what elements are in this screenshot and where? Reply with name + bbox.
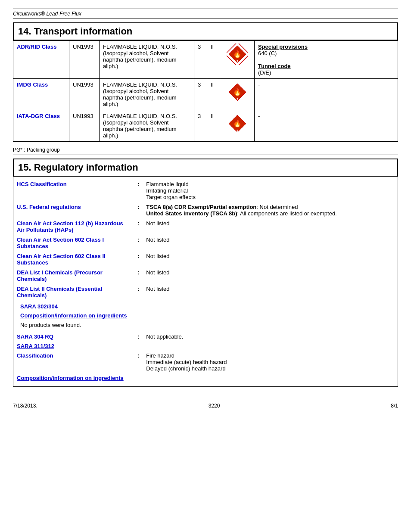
dea-list2-row: DEA List II Chemicals (Essential Chemica… xyxy=(13,284,398,300)
sara-302-section: SARA 302/304 Composition/information on … xyxy=(13,300,398,332)
hazard-class-cell-1: 3 xyxy=(194,79,207,110)
section14-title: 14. Transport information xyxy=(13,22,398,40)
document-header: Circuitworks® Lead-Free Flux xyxy=(13,9,398,19)
un-number-cell: UN1993 xyxy=(69,41,100,79)
description-cell-0: FLAMMABLE LIQUID, N.O.S. (Isopropyl alco… xyxy=(100,41,194,79)
sara-302-link[interactable]: SARA 302/304 xyxy=(17,302,394,311)
product-name: Circuitworks® Lead-Free Flux xyxy=(13,11,81,17)
clean-air-112-value: Not listed xyxy=(143,218,398,235)
clean-air-602-1-colon: : xyxy=(134,235,143,251)
sara-302-composition-link[interactable]: Composition/information on ingredients xyxy=(17,311,394,320)
svg-text:3: 3 xyxy=(237,60,238,63)
clean-air-602-1-row: Clean Air Act Section 602 Class I Substa… xyxy=(13,235,398,251)
footer-page-ref: 8/1 xyxy=(391,403,398,409)
imdg-class-link[interactable]: IMDG Class xyxy=(17,81,48,88)
no-products-text: No products were found. xyxy=(17,320,394,330)
hcs-classification-row: HCS Classification : Flammable liquid Ir… xyxy=(13,179,398,202)
footer-page-number: 3220 xyxy=(209,403,220,409)
iata-dgr-class-link[interactable]: IATA-DGR Class xyxy=(17,113,60,119)
sara-304-rq-row: SARA 304 RQ : Not applicable. xyxy=(13,332,398,342)
hazard-class-cell-2: 3 xyxy=(194,110,207,142)
sara-311-section: SARA 311/312 xyxy=(13,342,398,351)
special-provisions-label: Special provisions xyxy=(258,44,308,50)
un-number-cell-1: UN1993 xyxy=(69,79,100,110)
regulatory-content: HCS Classification : Flammable liquid Ir… xyxy=(13,177,398,387)
tsca-8a-value: : Not determined xyxy=(256,204,298,210)
hcs-colon: : xyxy=(134,179,143,202)
us-federal-row: U.S. Federal regulations : TSCA 8(a) CDR… xyxy=(13,202,398,218)
svg-text:🔥: 🔥 xyxy=(233,50,242,58)
hcs-classification-label: HCS Classification xyxy=(17,181,67,187)
hazard-icon-cell-0: 🔥 3 xyxy=(220,41,255,79)
dea-list2-colon: : xyxy=(134,284,143,300)
svg-text:🔥: 🔥 xyxy=(233,119,242,128)
dea-list1-value: Not listed xyxy=(143,268,398,284)
svg-text:3: 3 xyxy=(237,129,238,132)
un-number-cell-2: UN1993 xyxy=(69,110,100,142)
tsca-8b-value: : All components are listed or exempted. xyxy=(237,210,337,217)
hazard-icon-cell-2: 🔥 3 xyxy=(220,110,255,142)
us-federal-value: TSCA 8(a) CDR Exempt/Partial exemption: … xyxy=(143,202,398,218)
footer: 7/18/2013. 3220 8/1 xyxy=(13,400,398,409)
description-cell-1: FLAMMABLE LIQUID, N.O.S. (Isopropyl alco… xyxy=(100,79,194,110)
dea-list2-value: Not listed xyxy=(143,284,398,300)
sara-311-composition-link[interactable]: Composition/information on ingredients xyxy=(17,375,124,381)
sara-304-rq-value: Not applicable. xyxy=(143,332,398,342)
clean-air-602-2-colon: : xyxy=(134,251,143,268)
hazard-class-cell-0: 3 xyxy=(194,41,207,79)
hcs-value: Flammable liquid Irritating material Tar… xyxy=(143,179,398,202)
table-row: ADR/RID Class UN1993 FLAMMABLE LIQUID, N… xyxy=(13,41,398,79)
tsca-8b-text: United States inventory (TSCA 8b) xyxy=(146,210,237,217)
special-provisions-value: 640 (C) xyxy=(258,50,394,56)
sara-311-link[interactable]: SARA 311/312 xyxy=(17,343,54,349)
dea-list1-row: DEA List I Chemicals (Precursor Chemical… xyxy=(13,268,398,284)
dea-list1-colon: : xyxy=(134,268,143,284)
tunnel-code-value: (D/E) xyxy=(258,69,394,76)
clean-air-112-row: Clean Air Act Section 112 (b) Hazardous … xyxy=(13,218,398,235)
packing-group-cell-0: II xyxy=(207,41,220,79)
transport-table: ADR/RID Class UN1993 FLAMMABLE LIQUID, N… xyxy=(13,40,398,142)
us-federal-label: U.S. Federal regulations xyxy=(17,204,81,210)
table-row: IMDG Class UN1993 FLAMMABLE LIQUID, N.O.… xyxy=(13,79,398,110)
extra-cell-2: - xyxy=(255,110,398,142)
clean-air-602-2-value: Not listed xyxy=(143,251,398,268)
flammable-diamond-icon: 🔥 3 xyxy=(227,44,248,65)
classification-colon: : xyxy=(134,351,143,373)
svg-text:🔥: 🔥 xyxy=(233,88,242,96)
clean-air-602-1-label: Clean Air Act Section 602 Class I Substa… xyxy=(17,236,104,249)
footer-date: 7/18/2013. xyxy=(13,403,37,409)
extra-cell-1: - xyxy=(255,79,398,110)
flammable-diamond-icon-3: 🔥 3 xyxy=(227,113,248,134)
sara-304-rq-colon: : xyxy=(134,332,143,342)
dea-list1-label: DEA List I Chemicals (Precursor Chemical… xyxy=(17,269,103,282)
classification-label: Classification xyxy=(17,352,53,359)
adr-rid-class-link[interactable]: ADR/RID Class xyxy=(17,44,56,50)
packing-group-cell-2: II xyxy=(207,110,220,142)
flammable-diamond-icon-2: 🔥 3 xyxy=(227,81,248,103)
svg-text:3: 3 xyxy=(237,98,238,101)
us-federal-colon: : xyxy=(134,202,143,218)
clean-air-602-2-row: Clean Air Act Section 602 Class II Subst… xyxy=(13,251,398,268)
tsca-8a-text: TSCA 8(a) CDR Exempt/Partial exemption xyxy=(146,204,256,210)
section15-title: 15. Regulatory information xyxy=(13,159,398,177)
clean-air-112-colon: : xyxy=(134,218,143,235)
sara-311-composition-section: Composition/information on ingredients xyxy=(13,373,398,384)
table-row: IATA-DGR Class UN1993 FLAMMABLE LIQUID, … xyxy=(13,110,398,142)
packing-group-cell-1: II xyxy=(207,79,220,110)
hazard-icon-cell-1: 🔥 3 xyxy=(220,79,255,110)
clean-air-112-label: Clean Air Act Section 112 (b) Hazardous … xyxy=(17,220,123,233)
clean-air-602-1-value: Not listed xyxy=(143,235,398,251)
special-provisions-cell: Special provisions 640 (C) Tunnel code (… xyxy=(255,41,398,79)
classification-row: Classification : Fire hazard Immediate (… xyxy=(13,351,398,373)
sara-304-rq-label: SARA 304 RQ xyxy=(17,333,53,340)
classification-value: Fire hazard Immediate (acute) health haz… xyxy=(143,351,398,373)
clean-air-602-2-label: Clean Air Act Section 602 Class II Subst… xyxy=(17,253,106,266)
dea-list2-label: DEA List II Chemicals (Essential Chemica… xyxy=(17,286,102,299)
tunnel-code-label: Tunnel code xyxy=(258,63,291,69)
packing-note: PG* : Packing group xyxy=(13,145,398,155)
description-cell-2: FLAMMABLE LIQUID, N.O.S. (Isopropyl alco… xyxy=(100,110,194,142)
